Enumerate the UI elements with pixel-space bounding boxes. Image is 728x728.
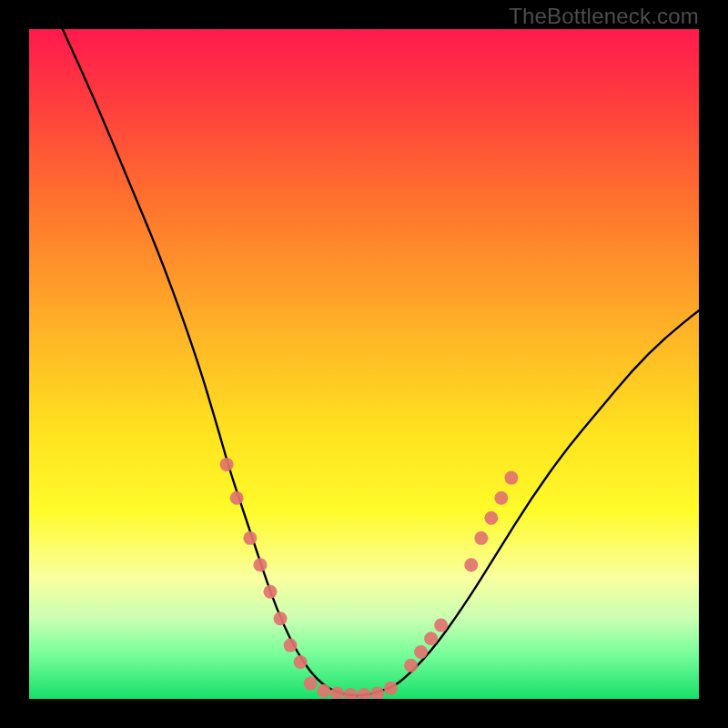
dots-valley-dot xyxy=(330,687,344,699)
dots-left-branch-dot xyxy=(263,585,277,599)
dots-right-branch-dot xyxy=(464,558,478,571)
dots-left-branch-dot xyxy=(253,558,267,571)
dots-valley-dot xyxy=(358,688,371,699)
chart-svg xyxy=(29,29,699,699)
dots-right-branch-dot xyxy=(404,659,418,672)
dots-valley-dot xyxy=(317,684,330,698)
dots-right-branch-dot xyxy=(434,619,448,632)
dots-right-branch-dot xyxy=(474,531,488,545)
dots-right-branch-dot xyxy=(414,645,428,659)
dots-valley-dot xyxy=(344,688,358,699)
dots-left-branch-dot xyxy=(220,458,234,471)
dots-left-branch-dot xyxy=(274,612,288,625)
dots-right-branch-dot xyxy=(504,471,518,485)
dots-left-branch-dot xyxy=(230,491,244,505)
outer-frame: TheBottleneck.com xyxy=(0,0,728,728)
plot-area xyxy=(29,29,699,699)
dots-valley-dot xyxy=(370,687,384,699)
dots-right-branch-dot xyxy=(424,632,438,645)
dots-left-branch-dot xyxy=(284,639,298,652)
dots-right-branch-dot xyxy=(484,511,498,525)
dots-valley-dot xyxy=(384,682,398,695)
watermark-text: TheBottleneck.com xyxy=(509,4,699,29)
dots-left-branch-dot xyxy=(294,655,308,669)
dots-valley-dot xyxy=(304,677,318,691)
bottleneck-curve xyxy=(63,29,699,695)
dots-left-branch-dot xyxy=(243,531,257,545)
dots-right-branch-dot xyxy=(494,491,508,505)
